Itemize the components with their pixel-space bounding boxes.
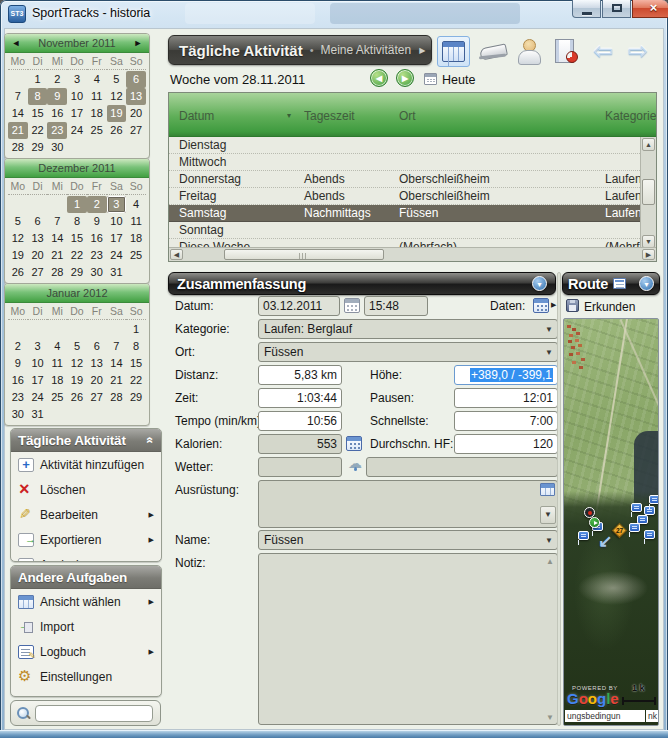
calendar-november[interactable]: ◄►November 2011MoDiMiDoFrSaSo12345678910… [4, 33, 150, 159]
calendar-day[interactable]: 6 [28, 213, 48, 230]
calendar-day[interactable]: 27 [87, 389, 107, 406]
calendar-day[interactable]: 1 [28, 71, 48, 88]
calendar-day[interactable]: 1 [126, 321, 146, 338]
calendar-day[interactable]: 24 [28, 389, 48, 406]
weather-cloud-icon[interactable]: ☁ [348, 455, 362, 471]
table-row[interactable]: DonnerstagAbendsOberschleißheimLaufen [169, 171, 642, 188]
calendar-day[interactable]: 16 [47, 105, 67, 122]
pausen-field[interactable]: 12:01 [454, 388, 558, 408]
search-input[interactable] [35, 705, 153, 722]
split-marker-icon[interactable] [649, 495, 659, 504]
calendar-day[interactable]: 28 [8, 139, 28, 156]
panel-splitter[interactable] [557, 272, 561, 726]
calendar-day[interactable]: 7 [47, 213, 67, 230]
calendar-day[interactable]: 5 [8, 213, 28, 230]
minimize-button[interactable] [572, 0, 601, 18]
calendar-day[interactable]: 6 [87, 338, 107, 355]
calendar-day[interactable]: 12 [107, 88, 127, 105]
today-calendar-icon[interactable] [424, 73, 437, 85]
date-picker-icon[interactable] [344, 298, 360, 313]
calendar-day[interactable]: 20 [87, 372, 107, 389]
calendar-januar[interactable]: Januar 2012MoDiMiDoFrSaSo123456789101112… [4, 283, 150, 426]
column-header-ort[interactable]: Ort [399, 109, 416, 123]
calendar-day[interactable]: 18 [47, 372, 67, 389]
scroll-left-icon[interactable]: ◀ [170, 249, 183, 260]
calendar-day[interactable]: 12 [8, 230, 28, 247]
calendar-day[interactable]: 11 [87, 88, 107, 105]
calendar-day[interactable]: 21 [8, 122, 28, 139]
calendar-day[interactable]: 23 [8, 389, 28, 406]
calendar-day[interactable]: 5 [107, 71, 127, 88]
calendar-day[interactable]: 17 [107, 230, 127, 247]
calendar-day[interactable]: 8 [28, 88, 48, 105]
calendar-day[interactable]: 13 [28, 230, 48, 247]
task-item-delete[interactable]: Löschen [11, 477, 161, 502]
calendar-day[interactable]: 25 [47, 389, 67, 406]
table-row[interactable]: SamstagNachmittagsFüssenLaufen: [169, 205, 642, 222]
calendar-day[interactable]: 29 [28, 139, 48, 156]
calendar-day[interactable]: 28 [107, 389, 127, 406]
task-item-logbook[interactable]: Logbuch▶ [11, 639, 161, 664]
calendar-day[interactable]: 10 [28, 355, 48, 372]
calendar-day[interactable]: 26 [8, 264, 28, 281]
ort-combobox[interactable]: Füssen [258, 342, 558, 362]
calendar-view-button[interactable] [437, 36, 470, 67]
calendar-day[interactable]: 20 [126, 105, 146, 122]
scroll-up-icon[interactable]: ▲ [642, 138, 655, 151]
summary-dropdown-button[interactable]: ▼ [532, 276, 547, 291]
scroll-right-icon[interactable]: ▶ [642, 249, 655, 260]
split-marker-icon[interactable] [629, 523, 640, 532]
calendar-day[interactable]: 20 [28, 247, 48, 264]
calendar-day[interactable]: 18 [87, 105, 107, 122]
calendar-day[interactable]: 23 [87, 247, 107, 264]
hscroll-thumb[interactable] [224, 249, 384, 260]
week-prev-button[interactable]: ◀ [370, 69, 388, 87]
task-item-view[interactable]: Ansicht wählen▶ [11, 589, 161, 614]
tempo-field[interactable]: 10:56 [258, 411, 342, 431]
calendar-day[interactable]: 31 [107, 264, 127, 281]
calendar-day[interactable]: 23 [47, 122, 67, 139]
notiz-textarea[interactable] [258, 553, 558, 725]
split-marker-icon[interactable] [644, 530, 655, 539]
calendar-day[interactable]: 2 [47, 71, 67, 88]
calendar-day[interactable]: 15 [126, 355, 146, 372]
calendar-day[interactable]: 24 [107, 247, 127, 264]
calendar-day[interactable]: 25 [126, 247, 146, 264]
route-dropdown-button[interactable]: ▼ [639, 276, 654, 291]
kategorie-combobox[interactable]: Laufen: Berglauf [258, 319, 558, 339]
kalorien-calculator-icon[interactable] [346, 436, 362, 451]
distanz-field[interactable]: 5,83 km [258, 365, 342, 385]
calendar-next-icon[interactable]: ► [130, 34, 146, 53]
calendar-day[interactable]: 14 [47, 230, 67, 247]
calendar-day[interactable]: 3 [107, 196, 127, 213]
calendar-day[interactable]: 27 [28, 264, 48, 281]
calendar-day[interactable]: 30 [8, 406, 28, 423]
calendar-day[interactable]: 5 [67, 338, 87, 355]
calendar-day[interactable]: 19 [67, 372, 87, 389]
task-item-import[interactable]: Import [11, 614, 161, 639]
title-bar[interactable]: ST3 SportTracks - historia × [0, 0, 668, 28]
calendar-day[interactable]: 4 [47, 338, 67, 355]
calendar-day[interactable]: 2 [87, 196, 107, 213]
save-disk-icon[interactable] [566, 299, 579, 312]
split-marker-icon[interactable] [631, 503, 642, 512]
calendar-day[interactable]: 24 [67, 122, 87, 139]
calendar-day[interactable]: 6 [126, 71, 146, 88]
terms-link[interactable]: ungsbedingun [565, 710, 645, 722]
calendar-day[interactable]: 16 [87, 230, 107, 247]
calendar-day[interactable]: 4 [126, 196, 146, 213]
erkunden-label[interactable]: Erkunden [584, 300, 635, 314]
equipment-table-icon[interactable] [540, 483, 555, 496]
calendar-day[interactable]: 26 [107, 122, 127, 139]
ausruestung-box[interactable] [258, 480, 558, 528]
collapse-chevron-icon[interactable]: « [144, 437, 158, 444]
equipment-shoe-button[interactable] [478, 42, 508, 62]
table-row[interactable]: Mittwoch [169, 154, 642, 171]
route-list-icon[interactable] [613, 278, 626, 289]
time-field[interactable]: 15:48 [364, 296, 428, 316]
calendar-day[interactable]: 31 [28, 406, 48, 423]
wetter-field[interactable] [258, 457, 342, 477]
nav-forward-arrow-icon[interactable]: ⇨ [628, 41, 656, 61]
task-item-analyze[interactable]: Analysiere▶ [11, 552, 161, 562]
calendar-day[interactable]: 8 [126, 338, 146, 355]
